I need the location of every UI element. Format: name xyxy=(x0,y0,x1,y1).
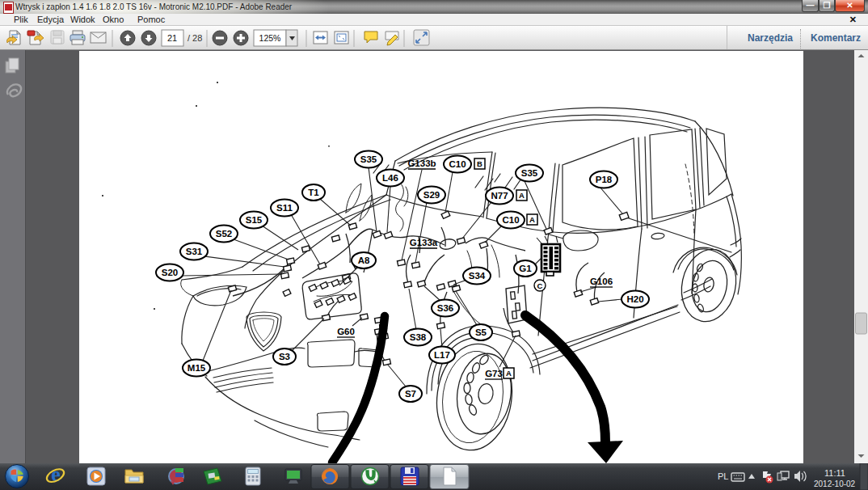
svg-text:H20: H20 xyxy=(626,294,643,304)
svg-text:S52: S52 xyxy=(216,229,232,239)
svg-text:S3: S3 xyxy=(279,352,290,361)
svg-text:L17: L17 xyxy=(434,350,450,360)
svg-text:S34: S34 xyxy=(469,271,486,281)
svg-text:B: B xyxy=(477,159,482,168)
svg-text:A: A xyxy=(506,369,512,378)
svg-text:S5: S5 xyxy=(475,327,487,337)
svg-text:2012-10-02: 2012-10-02 xyxy=(814,479,856,488)
svg-text:S35: S35 xyxy=(360,154,377,164)
svg-text:C10: C10 xyxy=(449,159,466,169)
svg-text:S15: S15 xyxy=(246,215,263,225)
svg-text:G133a: G133a xyxy=(410,238,438,247)
svg-text:C: C xyxy=(537,281,543,290)
svg-text:S11: S11 xyxy=(276,203,293,213)
svg-text:S31: S31 xyxy=(186,247,203,256)
svg-text:S38: S38 xyxy=(410,332,427,342)
svg-text:G1: G1 xyxy=(519,264,532,273)
svg-text:S20: S20 xyxy=(162,268,178,277)
svg-text:L46: L46 xyxy=(382,173,398,183)
svg-text:S35: S35 xyxy=(521,168,538,178)
svg-text:11:11: 11:11 xyxy=(824,468,845,478)
svg-text:125%: 125% xyxy=(259,33,281,43)
svg-text:G60: G60 xyxy=(337,327,355,336)
svg-text:C10: C10 xyxy=(502,215,519,225)
svg-text:S29: S29 xyxy=(423,190,440,200)
svg-text:/ 28: / 28 xyxy=(188,33,202,43)
svg-text:T1: T1 xyxy=(308,188,319,197)
svg-text:M15: M15 xyxy=(188,363,206,373)
svg-text:S7: S7 xyxy=(405,389,416,399)
svg-text:21: 21 xyxy=(167,33,177,43)
svg-text:A: A xyxy=(519,191,525,200)
svg-text:S36: S36 xyxy=(437,303,453,313)
svg-text:G106: G106 xyxy=(590,277,613,286)
svg-text:G73: G73 xyxy=(485,369,503,378)
svg-text:G133b: G133b xyxy=(407,158,436,168)
svg-text:N77: N77 xyxy=(491,191,508,201)
svg-text:A: A xyxy=(529,215,535,224)
svg-text:P18: P18 xyxy=(596,175,613,184)
svg-text:PL: PL xyxy=(718,471,728,481)
svg-text:A8: A8 xyxy=(358,256,370,265)
